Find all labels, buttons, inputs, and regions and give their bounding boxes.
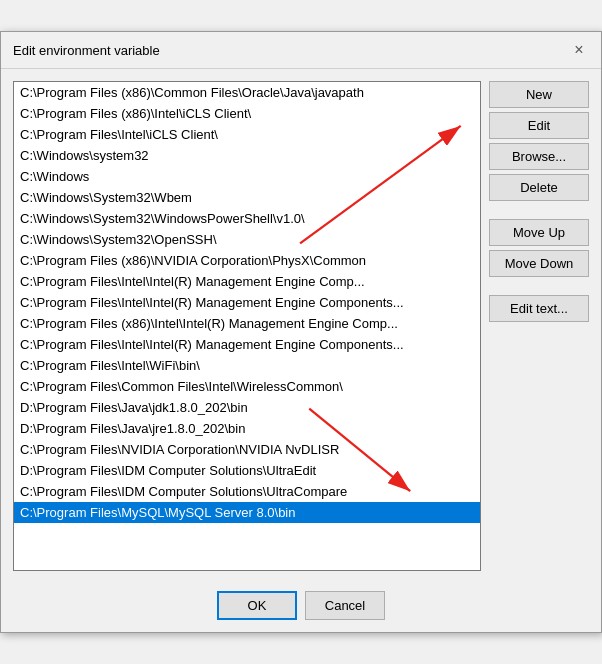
footer: OK Cancel (1, 583, 601, 632)
dialog-inner: C:\Program Files (x86)\Common Files\Orac… (1, 69, 601, 583)
new-button[interactable]: New (489, 81, 589, 108)
list-item[interactable]: C:\Program Files\NVIDIA Corporation\NVID… (14, 439, 480, 460)
list-item[interactable]: C:\Program Files\Intel\iCLS Client\ (14, 124, 480, 145)
list-item[interactable]: D:\Program Files\Java\jre1.8.0_202\bin (14, 418, 480, 439)
dialog-title: Edit environment variable (13, 43, 160, 58)
list-item[interactable]: D:\Program Files\IDM Computer Solutions\… (14, 460, 480, 481)
cancel-button[interactable]: Cancel (305, 591, 385, 620)
list-item[interactable]: C:\Windows\System32\WindowsPowerShell\v1… (14, 208, 480, 229)
dialog: Edit environment variable × C:\Program F… (0, 31, 602, 633)
list-item[interactable]: C:\Windows\System32\OpenSSH\ (14, 229, 480, 250)
list-item[interactable]: C:\Windows\system32 (14, 145, 480, 166)
delete-button[interactable]: Delete (489, 174, 589, 201)
list-item[interactable]: C:\Program Files\MySQL\MySQL Server 8.0\… (14, 502, 480, 523)
list-item[interactable]: C:\Program Files (x86)\Intel\iCLS Client… (14, 103, 480, 124)
edit-text-button[interactable]: Edit text... (489, 295, 589, 322)
browse-button[interactable]: Browse... (489, 143, 589, 170)
edit-button[interactable]: Edit (489, 112, 589, 139)
env-var-list[interactable]: C:\Program Files (x86)\Common Files\Orac… (13, 81, 481, 571)
list-item[interactable]: C:\Windows\System32\Wbem (14, 187, 480, 208)
list-item[interactable]: C:\Program Files (x86)\NVIDIA Corporatio… (14, 250, 480, 271)
list-item[interactable]: C:\Program Files\Intel\Intel(R) Manageme… (14, 292, 480, 313)
list-item[interactable]: C:\Windows (14, 166, 480, 187)
dialog-body: C:\Program Files (x86)\Common Files\Orac… (1, 69, 601, 583)
close-button[interactable]: × (569, 40, 589, 60)
list-item[interactable]: C:\Program Files (x86)\Common Files\Orac… (14, 82, 480, 103)
buttons-panel: New Edit Browse... Delete Move Up Move D… (489, 81, 589, 571)
list-item[interactable]: C:\Program Files (x86)\Intel\Intel(R) Ma… (14, 313, 480, 334)
list-item[interactable]: D:\Program Files\Java\jdk1.8.0_202\bin (14, 397, 480, 418)
list-item[interactable]: C:\Program Files\Intel\Intel(R) Manageme… (14, 334, 480, 355)
list-item[interactable]: C:\Program Files\Intel\Intel(R) Manageme… (14, 271, 480, 292)
move-up-button[interactable]: Move Up (489, 219, 589, 246)
move-down-button[interactable]: Move Down (489, 250, 589, 277)
list-item[interactable]: C:\Program Files\IDM Computer Solutions\… (14, 481, 480, 502)
title-bar: Edit environment variable × (1, 32, 601, 69)
ok-button[interactable]: OK (217, 591, 297, 620)
list-item[interactable]: C:\Program Files\Intel\WiFi\bin\ (14, 355, 480, 376)
list-item[interactable]: C:\Program Files\Common Files\Intel\Wire… (14, 376, 480, 397)
